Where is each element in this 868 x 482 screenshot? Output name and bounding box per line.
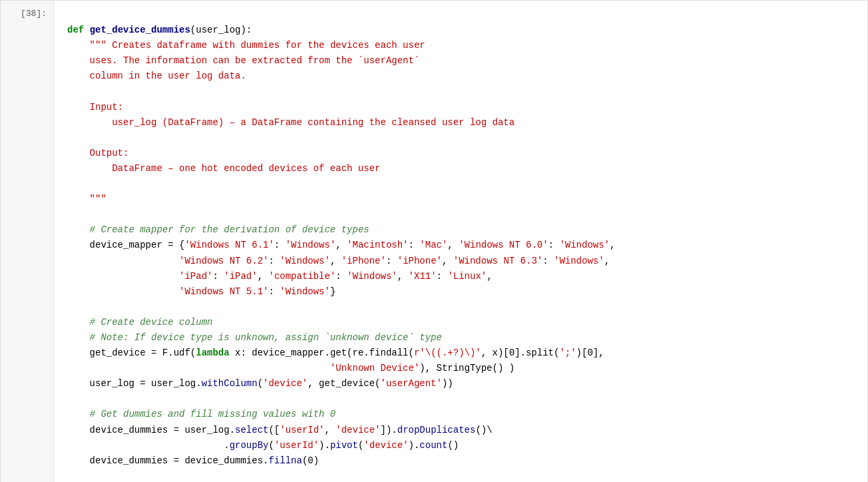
cell-label: [38]: <box>21 9 47 19</box>
cell-gutter: [38]: <box>1 1 54 482</box>
notebook-cell: [38]: def get_device_dummies(user_log): … <box>0 0 868 482</box>
cell-content[interactable]: def get_device_dummies(user_log): """ Cr… <box>54 1 867 482</box>
code-block: def get_device_dummies(user_log): """ Cr… <box>67 7 857 482</box>
